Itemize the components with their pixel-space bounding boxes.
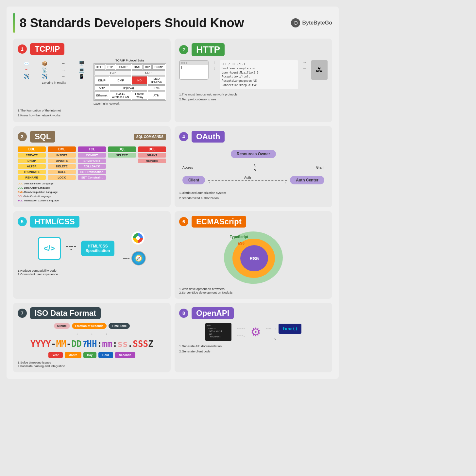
- sql-legend: DDL-Data Definition Language DQL-Data Qu…: [18, 182, 166, 203]
- sql-number: 3: [18, 132, 27, 141]
- ecma-diagram: TypeScript ES6 ES5: [179, 231, 328, 284]
- openapi-diagram: api: /users: Hello World get: responses:…: [179, 323, 328, 341]
- openapi-footer1: 1.Generate API documentation: [179, 344, 328, 348]
- ecma-header: 6 ECMAScript: [179, 216, 328, 228]
- openapi-down-row: ↘: [266, 337, 276, 341]
- oauth-diagram: Resources Owner Access ↖ ↘ Grant Client …: [179, 146, 328, 188]
- iso-label-day: Day: [83, 352, 97, 358]
- tcpip-icons: ✉️ 📦 → 🖥️ ⤻ 📡 → 💻 ✈️ ✈️ → 📱: [18, 61, 90, 79]
- oauth-auth-label: Auth: [244, 176, 251, 179]
- sql-cat-dcl: DCL: [138, 146, 166, 152]
- iso-hh: HH: [87, 339, 97, 349]
- arrow-up2: ↖: [253, 163, 256, 167]
- dot3: [186, 62, 187, 64]
- openapi-footer2: 2.Generate client code: [179, 349, 328, 354]
- sql-title: SQL: [30, 131, 55, 143]
- protocol-table: HTTP FTP SMTP DNS RIP SNMP TCP UDP I: [94, 63, 166, 101]
- openapi-gear-icon: ⚙: [250, 325, 261, 339]
- oauth-footer: 1.Distributed authorization system 2.Sta…: [179, 190, 328, 200]
- sql-commands-label: SQL COMMANDS: [134, 134, 166, 140]
- oauth-top-row: Resources Owner: [231, 150, 276, 158]
- iso-tag-minute: Minute: [54, 323, 70, 329]
- tcpip-left: ✉️ 📦 → 🖥️ ⤻ 📡 → 💻 ✈️ ✈️ → 📱 Layering in …: [18, 59, 90, 105]
- iso-label-seconds: Seconds: [115, 352, 135, 358]
- icon-router: 📡: [36, 67, 54, 73]
- card-openapi: 8 OpenAPI api: /users: Hello World get: …: [175, 303, 332, 372]
- iso-label-month: Month: [65, 352, 81, 358]
- sql-item-revoke: REVOKE: [138, 159, 166, 163]
- sql-legend-ddl: DDL-Data Definition Language: [18, 182, 166, 186]
- ecma-number: 6: [179, 217, 188, 226]
- oauth-title: OAuth: [192, 131, 225, 143]
- code-symbol: </>: [43, 244, 55, 253]
- ecma-title: ECMAScript: [192, 216, 246, 228]
- card-ecmascript: 6 ECMAScript TypeScript ES6 ES5 1.Web de…: [175, 211, 332, 299]
- iso-arrows: ↓ ↓ ↓: [18, 332, 166, 336]
- sql-legend-dml: DML-Data Manipulation Language: [18, 190, 166, 195]
- ecma-footer1: 1.Web development on browsers: [179, 287, 328, 291]
- iso-number: 7: [18, 309, 27, 318]
- openapi-arrow-down: ↓: [237, 333, 245, 338]
- dashed-to-func: [266, 329, 271, 329]
- tcpip-footer: 1.The foundation of the internet 2.Know …: [18, 108, 166, 118]
- dashed-up: [237, 329, 243, 329]
- http-code: GET / HTTP/1.1 Host:www.example.com User…: [220, 60, 298, 89]
- http-content: ▌ ↑ ↓ GET / HTTP/1.1 Host:www.example.co…: [179, 60, 328, 89]
- arrow-down2: ↘: [253, 168, 256, 171]
- dashed-down: [237, 335, 243, 335]
- logo: ⬡ ByteByteGo: [291, 18, 332, 27]
- main-grid: 1 TCP/IP ✉️ 📦 → 🖥️ ⤻ 📡 → 💻 ✈️ ✈️: [13, 39, 332, 372]
- iso-z-char: Z: [148, 339, 153, 349]
- sql-item-lock: LOCK: [48, 175, 76, 180]
- iso-header: 7 ISO Data Format: [18, 307, 166, 319]
- oauth-auth-section: Auth ← →: [208, 176, 287, 184]
- htmlcss-footer1: 1.Reduce compatibility code: [18, 269, 166, 272]
- htmlcss-spec-box: HTML/CSSSpecification: [81, 241, 115, 256]
- sql-item-rename: RENAME: [18, 175, 46, 180]
- iso-label-hour: Hour: [98, 352, 113, 358]
- sql-header: 3 SQL SQL COMMANDS: [18, 131, 166, 143]
- tcpip-reality-label: Layering in Reality: [18, 81, 90, 84]
- oauth-client: Client: [182, 176, 205, 184]
- iso-label-year: Year: [48, 352, 62, 358]
- sql-item-delete: DELETE: [48, 164, 76, 169]
- chrome-center: [136, 236, 140, 240]
- tcpip-network-label: Layering in Network: [94, 102, 166, 105]
- sql-item-create: CREATE: [18, 153, 46, 158]
- sql-columns: DDL CREATE DROP ALTER TRUNCATE RENAME DM…: [18, 146, 166, 180]
- arr2: ↓: [91, 332, 93, 336]
- arr3: ↓: [106, 332, 108, 336]
- sql-item-select: SELECT: [108, 153, 136, 158]
- card-sql: 3 SQL SQL COMMANDS DDL CREATE DROP ALTER…: [13, 126, 171, 207]
- dashed-line-1: [66, 246, 76, 247]
- sql-col-tcl: TCL COMMIT SAVEPOINT ROLLBACK SET Transa…: [78, 146, 106, 180]
- page-title: 8 Standards Developers Should Know: [20, 16, 291, 30]
- ecma-footer2: 2.Server-Side development on Node.js: [179, 291, 328, 294]
- http-footer2: 2.Text protocol,easy to use: [179, 97, 328, 102]
- openapi-arrows: ↑ ↓: [237, 327, 245, 338]
- dashed-down2: [266, 339, 271, 339]
- htmlcss-footer2: 2.Consistent user experience: [18, 272, 166, 276]
- sql-cat-dql: DQL: [108, 146, 136, 152]
- card-tcpip: 1 TCP/IP ✉️ 📦 → 🖥️ ⤻ 📡 → 💻 ✈️ ✈️: [13, 39, 171, 122]
- htmlcss-number: 5: [18, 217, 27, 226]
- http-number: 2: [179, 45, 188, 54]
- arrow-right2: →: [283, 181, 287, 184]
- sql-item-truncate: TRUNCATE: [18, 170, 46, 174]
- htmlcss-content: </> → HTML/CSSSpecification: [18, 231, 166, 276]
- tcpip-right: TCP/IP Protocol Suite HTTP FTP SMTP DNS …: [94, 59, 166, 105]
- sql-item-insert: INSERT: [48, 153, 76, 158]
- dashed-to-safari: [123, 258, 129, 259]
- icon-arrow2: →: [55, 67, 72, 73]
- http-footer: 1.The most famous web network protocols …: [179, 92, 328, 102]
- openapi-func-row: → func(): [266, 324, 302, 334]
- htmlcss-code-box: </>: [38, 237, 61, 260]
- sql-item-grant: GRANT: [138, 153, 166, 158]
- ecma-es5-circle: ES5: [240, 245, 268, 271]
- arrow-up-icon: ↑: [213, 60, 215, 65]
- icon-box: 📦: [36, 61, 54, 66]
- openapi-terminal: api: /users: Hello World get: responses:: [205, 323, 231, 341]
- tcpip-dashed-1: ⤻: [18, 67, 35, 73]
- iso-yyyy: YYYY: [30, 339, 51, 349]
- iso-tag-fraction: Fraction of Seconds: [72, 323, 107, 329]
